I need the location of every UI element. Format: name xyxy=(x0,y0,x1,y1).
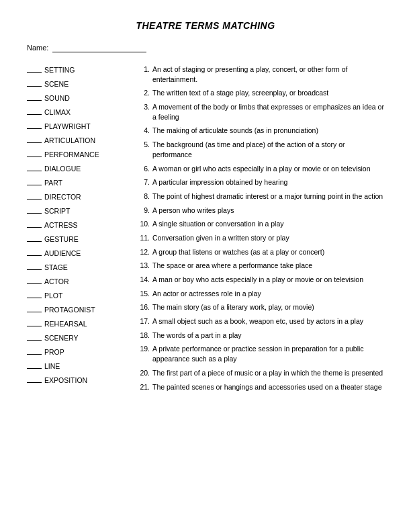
definition-row: 14.A man or boy who acts especially in a… xyxy=(138,275,384,285)
definition-text: The making of articulate sounds (as in p… xyxy=(152,126,384,136)
answer-blank[interactable] xyxy=(27,248,42,256)
answer-blank[interactable] xyxy=(27,347,42,355)
term-row: ACTOR xyxy=(27,276,131,285)
answer-blank[interactable] xyxy=(27,149,42,157)
page-title: THEATRE TERMS MATCHING xyxy=(27,20,384,31)
term-row: PERFORMANCE xyxy=(27,149,131,159)
definition-text: The written text of a stage play, screen… xyxy=(152,88,384,98)
term-label: SCENE xyxy=(44,80,68,88)
definition-row: 12.A group that listens or watches (as a… xyxy=(138,247,384,257)
definition-text: A particular impression obtained by hear… xyxy=(152,177,384,187)
definition-text: An act of staging or presenting a play, … xyxy=(152,64,384,84)
term-label: PROP xyxy=(44,348,64,356)
definition-number: 19. xyxy=(138,344,152,363)
answer-blank[interactable] xyxy=(27,64,42,73)
definition-text: The background (as time and place) of th… xyxy=(152,140,384,159)
definition-number: 4. xyxy=(138,126,152,136)
definition-row: 13.The space or area where a performance… xyxy=(138,261,384,271)
definition-row: 20.The first part of a piece of music or… xyxy=(138,368,384,378)
definition-text: A man or boy who acts especially in a pl… xyxy=(152,275,384,285)
definition-text: The painted scenes or hangings and acces… xyxy=(152,382,384,392)
term-label: EXPOSITION xyxy=(44,376,87,384)
answer-blank[interactable] xyxy=(27,206,42,214)
term-label: PLOT xyxy=(44,292,62,300)
definition-row: 18.The words of a part in a play xyxy=(138,330,384,341)
answer-blank[interactable] xyxy=(27,177,42,185)
answer-blank[interactable] xyxy=(27,93,42,101)
answer-blank[interactable] xyxy=(27,276,42,284)
definition-row: 15.An actor or actresses role in a play xyxy=(138,289,384,299)
definition-row: 3.A movement of the body or limbs that e… xyxy=(138,102,384,122)
answer-blank[interactable] xyxy=(27,375,42,383)
term-label: STAGE xyxy=(44,263,68,271)
answer-blank[interactable] xyxy=(27,304,42,312)
term-label: PROTAGONIST xyxy=(44,306,95,314)
term-row: STAGE xyxy=(27,262,131,271)
definition-number: 10. xyxy=(138,219,152,229)
definition-row: 1.An act of staging or presenting a play… xyxy=(138,64,384,84)
definition-number: 5. xyxy=(138,140,152,159)
definition-number: 13. xyxy=(138,261,152,271)
term-row: ACTRESS xyxy=(27,220,131,229)
definition-text: A woman or girl who acts especially in a… xyxy=(152,164,384,174)
term-label: CLIMAX xyxy=(44,108,71,116)
definition-number: 1. xyxy=(138,64,152,84)
definition-row: 8.The point of highest dramatic interest… xyxy=(138,191,384,202)
answer-blank[interactable] xyxy=(27,163,42,171)
term-row: AUDIENCE xyxy=(27,248,131,257)
definition-text: The first part of a piece of music or a … xyxy=(152,368,384,378)
definition-number: 14. xyxy=(138,275,152,285)
answer-blank[interactable] xyxy=(27,191,42,200)
definition-row: 2.The written text of a stage play, scre… xyxy=(138,88,384,98)
definition-text: Conversation given in a written story or… xyxy=(152,233,384,243)
term-label: LINE xyxy=(44,362,60,370)
definition-row: 6.A woman or girl who acts especially in… xyxy=(138,164,384,174)
name-input-line[interactable] xyxy=(52,43,146,52)
definition-text: A single situation or conversation in a … xyxy=(152,219,384,229)
term-label: SCENERY xyxy=(44,334,79,342)
definition-number: 9. xyxy=(138,206,152,216)
answer-blank[interactable] xyxy=(27,121,42,129)
definition-number: 11. xyxy=(138,233,152,243)
term-row: SCRIPT xyxy=(27,206,131,215)
definition-number: 8. xyxy=(138,191,152,202)
answer-blank[interactable] xyxy=(27,220,42,228)
term-label: GESTURE xyxy=(44,235,79,243)
term-label: DIALOGUE xyxy=(44,165,81,173)
terms-column: SETTINGSCENESOUNDCLIMAXPLAYWRIGHTARTICUL… xyxy=(27,64,138,396)
definition-text: A small object such as a book, weapon et… xyxy=(152,316,384,326)
answer-blank[interactable] xyxy=(27,135,42,143)
term-label: ACTRESS xyxy=(44,221,78,229)
term-row: GESTURE xyxy=(27,234,131,243)
definitions-column: 1.An act of staging or presenting a play… xyxy=(138,64,384,396)
term-row: LINE xyxy=(27,361,131,370)
definition-text: The main story (as of a literary work, p… xyxy=(152,302,384,312)
term-label: PLAYWRIGHT xyxy=(44,122,91,130)
term-row: SCENE xyxy=(27,79,131,88)
term-row: PROP xyxy=(27,347,131,356)
answer-blank[interactable] xyxy=(27,290,42,298)
answer-blank[interactable] xyxy=(27,332,42,341)
definition-row: 21.The painted scenes or hangings and ac… xyxy=(138,382,384,392)
term-row: CLIMAX xyxy=(27,107,131,116)
answer-blank[interactable] xyxy=(27,79,42,87)
answer-blank[interactable] xyxy=(27,318,42,326)
term-row: ARTICULATION xyxy=(27,135,131,144)
term-label: PERFORMANCE xyxy=(44,150,99,159)
definition-text: The space or area where a performance ta… xyxy=(152,261,384,271)
definition-text: A private performance or practice sessio… xyxy=(152,344,384,363)
term-label: SOUND xyxy=(44,94,70,102)
definition-number: 2. xyxy=(138,88,152,98)
answer-blank[interactable] xyxy=(27,234,42,242)
term-row: DIALOGUE xyxy=(27,163,131,173)
definition-text: A group that listens or watches (as at a… xyxy=(152,247,384,257)
answer-blank[interactable] xyxy=(27,262,42,270)
term-label: PART xyxy=(44,179,62,187)
definition-row: 7.A particular impression obtained by he… xyxy=(138,177,384,187)
answer-blank[interactable] xyxy=(27,361,42,369)
term-label: ACTOR xyxy=(44,277,69,285)
term-row: PROTAGONIST xyxy=(27,304,131,314)
answer-blank[interactable] xyxy=(27,107,42,115)
definition-number: 17. xyxy=(138,316,152,326)
definition-number: 20. xyxy=(138,368,152,378)
